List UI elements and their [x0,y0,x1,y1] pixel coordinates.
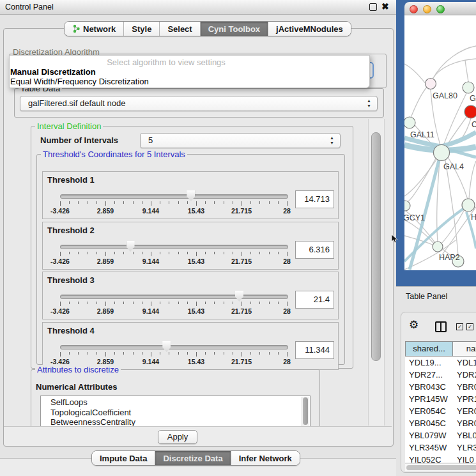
table-row[interactable]: YBR045CYBR0 [405,417,476,429]
slider-thumb[interactable] [127,241,135,252]
node-label: C [472,120,476,129]
threshold-label: Threshold 2 [47,226,95,235]
checkbox-checked-icon[interactable]: ✓ [466,323,473,330]
network-edge [404,64,426,84]
float-window-icon[interactable] [369,3,377,11]
network-node[interactable] [426,79,436,89]
cell-name: YBR0 [453,417,476,429]
threshold-label: Threshold 4 [47,326,95,335]
slider-tick [133,352,134,355]
slider-tick [169,201,169,204]
close-traffic-light[interactable] [410,5,418,13]
slider-tick [214,352,215,355]
list-scrollbar[interactable] [302,397,309,427]
table-row[interactable]: YIL052CYIL0 [405,454,476,463]
network-edge [411,86,427,118]
table-row[interactable]: YBL079WYBL0 [405,429,476,441]
network-node[interactable] [404,201,410,211]
tab-network[interactable]: Network [65,22,123,36]
tab-label: Cyni Toolbox [208,24,260,34]
slider-tick [196,201,197,206]
checkbox-checked-icon[interactable]: ✓ [456,323,463,330]
network-node[interactable] [464,105,476,118]
threshold-value-field[interactable]: 6.316 [295,241,334,259]
network-canvas[interactable]: GAL80GACGAL11GAL4GCY1HHAP2 [404,15,476,270]
window-title: Control Panel [5,3,54,12]
network-node[interactable] [433,242,443,252]
slider-track[interactable] [60,194,288,199]
network-edge [465,60,468,82]
network-node[interactable] [462,199,475,211]
close-icon[interactable]: ✖ [381,1,389,12]
gear-icon[interactable]: ⚙ [409,319,418,330]
slider-tick [114,352,115,355]
dropdown-option-manual[interactable]: Manual Discretization [10,67,96,77]
slider-thumb[interactable] [235,291,243,302]
slider-tick [78,352,79,355]
slider-tick [105,201,106,206]
slider-thumb[interactable] [162,341,171,352]
node-label: GA [470,94,476,103]
threshold-value-field[interactable]: 21.4 [295,291,334,309]
tick-label: 9.144 [142,307,159,315]
slider-track[interactable] [60,295,288,299]
threshold-value-field[interactable]: 14.713 [295,190,334,208]
settings-scrollbar[interactable] [368,119,385,426]
tab-discretize-data[interactable]: Discretize Data [155,451,230,465]
slider-tick [123,352,124,355]
tick-label: 2.859 [97,207,114,215]
table-row[interactable]: YER054CYER0 [405,405,476,417]
tab-label: Style [132,24,151,34]
table-hscrollbar[interactable] [405,463,476,471]
tab-style[interactable]: Style [123,22,159,36]
apply-button[interactable]: Apply [158,430,197,444]
split-column-icon[interactable] [435,321,447,332]
table-row[interactable]: YLR345WYLR3 [405,441,476,454]
slider-tick [160,302,160,304]
table-row[interactable]: YDR27...YDR2 [405,369,476,381]
network-view-frame: GAL80GACGAL11GAL4GCY1HHAP2 [396,0,476,286]
network-window: GAL80GACGAL11GAL4GCY1HHAP2 [404,2,476,270]
table-row[interactable]: YDL19...YDL1 [405,357,476,369]
slider-tick [287,302,288,306]
network-node[interactable] [463,82,474,93]
attribute-item[interactable]: TopologicalCoefficient [41,408,310,418]
slider-tick [250,201,251,204]
slider-tick [88,201,88,204]
attribute-item[interactable]: SelfLoops [41,397,310,408]
network-node[interactable] [434,145,450,161]
tab-select[interactable]: Select [159,22,199,36]
slider-tick [242,302,242,306]
column-header-name[interactable]: name [453,341,476,357]
tick-label: 9.144 [142,257,159,265]
tab-jactivemnodules[interactable]: jActiveMNodules [268,22,351,36]
slider-tick [250,252,251,254]
tab-infer-network[interactable]: Infer Network [231,451,300,465]
slider-tick [278,352,279,355]
network-node[interactable] [404,117,415,128]
slider-track[interactable] [60,345,288,349]
cell-name: YIL0 [453,454,476,463]
num-intervals-combobox[interactable]: 5 ▲▼ [140,133,341,148]
minimize-traffic-light[interactable] [423,5,431,13]
cell-shared-name: YBL079W [405,429,453,441]
table-data-combobox[interactable]: galFiltered.sif default node ▲▼ [20,96,378,111]
slider-tick [114,302,115,304]
table-row[interactable]: YBR043CYBR0 [405,381,476,393]
threshold-value-field[interactable]: 11.344 [295,341,334,359]
table-row[interactable]: YPR145WYPR1 [405,393,476,405]
slider-tick [123,201,124,204]
cell-shared-name: YBR043C [405,381,453,393]
scrollbar-thumb[interactable] [371,132,381,361]
cell-shared-name: YER054C [405,405,453,417]
zoom-traffic-light[interactable] [436,5,445,13]
tab-impute-data[interactable]: Impute Data [92,451,155,465]
dropdown-placeholder-option[interactable]: Select algorithm to view settings [10,58,323,67]
tab-cyni-toolbox[interactable]: Cyni Toolbox [200,22,268,36]
threshold-label: Threshold 3 [47,275,95,285]
dropdown-option-equal-width[interactable]: Equal Width/Frequency Discretization [10,77,149,86]
slider-track[interactable] [60,245,288,249]
column-header-shared[interactable]: shared... [405,341,453,357]
slider-thumb[interactable] [187,190,195,201]
tick-label: 21.715 [231,207,252,215]
